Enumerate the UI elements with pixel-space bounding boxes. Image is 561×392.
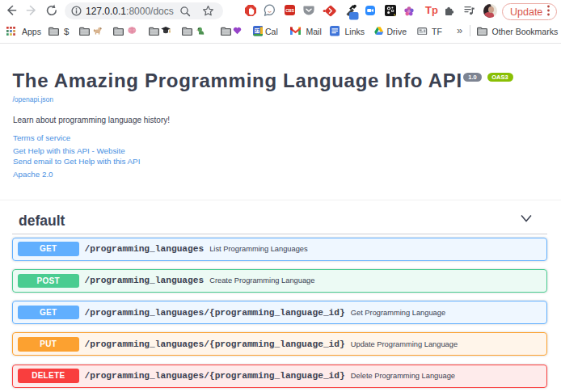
svg-text:27: 27 <box>255 28 259 33</box>
svg-text:CBS: CBS <box>285 8 294 13</box>
